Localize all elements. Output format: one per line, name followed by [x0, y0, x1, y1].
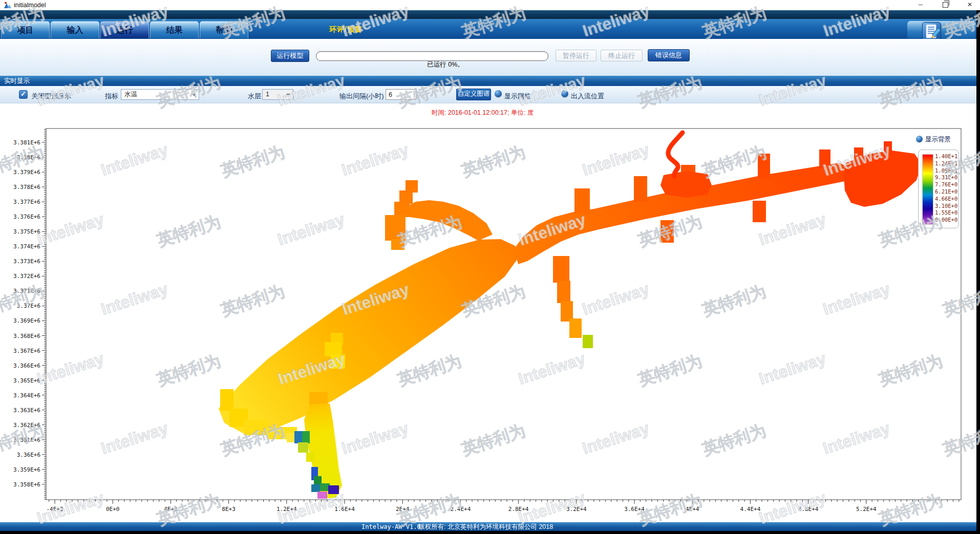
plot-canvas: -4E+30E+04E+38E+31.2E+41.6E+42E+42.4E+42… [0, 0, 980, 534]
legend-scale-value: 0.00E+0 [935, 217, 958, 224]
y-tick-label: 3.373E+6 [13, 258, 40, 265]
application-window: -4E+30E+04E+38E+31.2E+41.6E+42E+42.4E+42… [0, 0, 980, 534]
legend-scale-value: 7.76E+0 [935, 181, 958, 188]
y-tick-label: 3.375E+6 [13, 228, 40, 235]
x-tick-label: -4E+3 [46, 506, 63, 512]
y-tick-label: 3.358E+6 [13, 481, 40, 488]
show-background-label: 显示背景 [925, 135, 951, 144]
y-tick-label: 3.37E+6 [17, 303, 40, 309]
y-tick-label: 3.377E+6 [13, 199, 40, 205]
x-tick-label: 4.8E+4 [798, 506, 819, 512]
y-tick-label: 3.38E+6 [17, 154, 40, 161]
y-tick-label: 3.374E+6 [13, 243, 40, 250]
y-tick-label: 3.368E+6 [13, 333, 40, 339]
legend-scale-value: 1.09E+1 [935, 167, 958, 175]
x-tick-label: 2.8E+4 [508, 506, 529, 512]
x-tick-label: 3.2E+4 [566, 506, 587, 512]
y-tick-label: 3.366E+6 [13, 362, 40, 369]
legend-scale-value: 1.24E+1 [935, 160, 958, 167]
legend-scale-value: 9.31E+0 [935, 174, 958, 181]
y-tick-label: 3.369E+6 [13, 317, 40, 324]
x-axis: -4E+30E+04E+38E+31.2E+41.6E+42E+42.4E+42… [46, 500, 958, 512]
x-tick-label: 4E+3 [164, 506, 178, 512]
legend-scale-value: 6.21E+0 [935, 188, 958, 196]
colorbar-values: 1.40E+11.24E+11.09E+19.31E+07.76E+06.21E… [935, 153, 958, 224]
y-tick-label: 3.378E+6 [13, 184, 40, 190]
x-tick-label: 4.4E+4 [740, 506, 761, 512]
legend-colorbar: 1.40E+11.24E+11.09E+19.31E+07.76E+06.21E… [918, 149, 959, 228]
y-tick-label: 3.364E+6 [13, 392, 40, 399]
legend-scale-value: 1.40E+1 [935, 153, 958, 160]
y-tick-label: 3.359E+6 [13, 466, 40, 473]
x-tick-label: 8E+3 [222, 506, 236, 512]
colorbar-gradient [922, 154, 933, 225]
x-tick-label: 4E+4 [686, 506, 699, 512]
y-tick-label: 3.365E+6 [13, 377, 40, 384]
legend-scale-value: 1.55E+0 [935, 209, 958, 217]
y-tick-label: 3.372E+6 [13, 273, 40, 280]
y-tick-label: 3.362E+6 [13, 422, 40, 429]
legend-scale-value: 3.10E+0 [935, 203, 958, 210]
show-background-toggle-icon[interactable] [916, 136, 923, 142]
y-tick-label: 3.363E+6 [13, 407, 40, 414]
x-tick-label: 3.6E+4 [624, 506, 645, 512]
y-axis: 3.381E+63.38E+63.379E+63.378E+63.377E+63… [13, 130, 46, 499]
y-tick-label: 3.367E+6 [13, 348, 40, 354]
legend-scale-value: 4.66E+0 [935, 196, 958, 203]
x-tick-label: 0E+0 [106, 506, 120, 512]
y-tick-label: 3.376E+6 [13, 213, 40, 220]
y-tick-label: 3.36E+6 [17, 452, 40, 458]
x-tick-label: 5.2E+4 [856, 506, 877, 512]
y-tick-label: 3.379E+6 [13, 169, 40, 176]
y-tick-label: 3.381E+6 [13, 139, 40, 146]
x-tick-label: 2.4E+4 [451, 506, 471, 512]
y-tick-label: 3.361E+6 [13, 437, 40, 443]
x-tick-label: 1.2E+4 [276, 506, 297, 512]
x-tick-label: 2E+4 [396, 506, 410, 512]
y-tick-label: 3.371E+6 [13, 288, 40, 294]
x-tick-label: 1.6E+4 [334, 506, 355, 512]
